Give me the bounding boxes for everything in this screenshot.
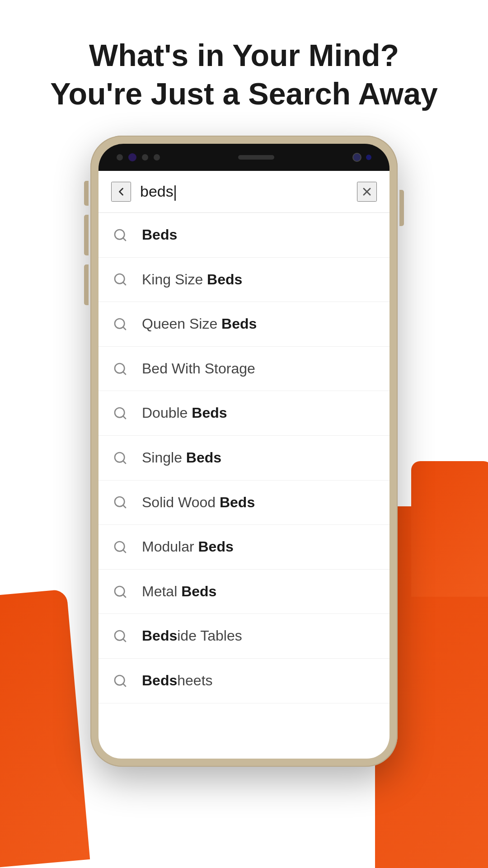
- suggestion-text-5: Double Beds: [142, 404, 227, 423]
- search-icon-wrap-7: [111, 493, 129, 511]
- close-icon: [361, 185, 373, 198]
- suggestion-item-solid-wood-beds[interactable]: Solid Wood Beds: [99, 481, 389, 525]
- suggestion-item-bedside-tables[interactable]: Bedside Tables: [99, 614, 389, 659]
- search-icon-wrap-11: [111, 672, 129, 690]
- search-icon-wrap-10: [111, 627, 129, 645]
- suggestion-text-8: Modular Beds: [142, 538, 234, 557]
- suggestion-text-11: Bedsheets: [142, 671, 213, 690]
- search-icon-9: [113, 585, 127, 599]
- sensor-camera: [352, 153, 361, 162]
- phone-sensors-left: [117, 153, 160, 161]
- search-icon-11: [113, 674, 127, 688]
- sensor-dot-2: [142, 154, 148, 160]
- sensor-dot-blue: [366, 155, 371, 160]
- phone-notch: [99, 144, 389, 171]
- suggestion-text-2: King Size Beds: [142, 270, 242, 289]
- search-icon-1: [113, 228, 127, 242]
- search-icon-wrap-3: [111, 315, 129, 333]
- search-query-text: beds: [140, 183, 174, 200]
- svg-line-5: [123, 283, 126, 285]
- phone-power-button: [399, 190, 404, 226]
- search-cursor: [174, 185, 176, 201]
- svg-line-9: [123, 372, 126, 374]
- phone-frame: beds: [90, 136, 398, 767]
- phone-sensors-right: [352, 153, 371, 162]
- search-icon-7: [113, 495, 127, 509]
- search-icon-5: [113, 406, 127, 420]
- sensor-speaker: [238, 155, 274, 160]
- svg-line-19: [123, 594, 126, 597]
- svg-line-23: [123, 684, 126, 686]
- search-icon-wrap-6: [111, 449, 129, 467]
- header-line1: What's in Your Mind?: [89, 38, 399, 72]
- sensor-dot-3: [154, 154, 160, 160]
- phone-mute-button: [84, 181, 89, 206]
- svg-line-3: [123, 238, 126, 241]
- suggestion-item-bed-with-storage[interactable]: Bed With Storage: [99, 347, 389, 392]
- phone-container: beds: [0, 136, 488, 767]
- header-line2: You're Just a Search Away: [50, 76, 438, 111]
- sensor-dot-1: [117, 154, 123, 160]
- clear-button[interactable]: [357, 182, 377, 202]
- svg-line-11: [123, 416, 126, 419]
- back-button[interactable]: [111, 182, 131, 202]
- header-title: What's in Your Mind? You're Just a Searc…: [27, 36, 461, 113]
- svg-line-15: [123, 505, 126, 508]
- suggestion-list: Beds King Size Beds: [99, 213, 389, 703]
- search-icon-wrap-9: [111, 583, 129, 601]
- suggestion-item-double-beds[interactable]: Double Beds: [99, 391, 389, 436]
- suggestion-item-single-beds[interactable]: Single Beds: [99, 436, 389, 481]
- search-icon-wrap-1: [111, 226, 129, 244]
- search-icon-4: [113, 362, 127, 376]
- svg-line-7: [123, 327, 126, 330]
- suggestion-text-4: Bed With Storage: [142, 359, 255, 378]
- search-icon-wrap-4: [111, 360, 129, 378]
- phone-screen: beds: [99, 171, 389, 759]
- suggestion-item-bedsheets[interactable]: Bedsheets: [99, 659, 389, 703]
- search-icon-10: [113, 629, 127, 643]
- svg-line-13: [123, 461, 126, 463]
- suggestion-text-1: Beds: [142, 226, 177, 245]
- phone-volume-down-button: [84, 264, 89, 305]
- search-icon-3: [113, 317, 127, 331]
- suggestion-item-modular-beds[interactable]: Modular Beds: [99, 525, 389, 570]
- suggestion-text-9: Metal Beds: [142, 582, 216, 601]
- search-icon-2: [113, 272, 127, 287]
- search-icon-wrap-2: [111, 270, 129, 288]
- svg-line-17: [123, 550, 126, 552]
- svg-line-21: [123, 639, 126, 642]
- search-icon-wrap-5: [111, 404, 129, 422]
- suggestion-text-3: Queen Size Beds: [142, 315, 257, 334]
- suggestion-text-10: Bedside Tables: [142, 627, 242, 646]
- suggestion-text-7: Solid Wood Beds: [142, 493, 255, 512]
- sensor-iris: [128, 153, 136, 161]
- suggestion-item-metal-beds[interactable]: Metal Beds: [99, 570, 389, 614]
- phone-volume-up-button: [84, 215, 89, 255]
- search-icon-wrap-8: [111, 538, 129, 556]
- header-section: What's in Your Mind? You're Just a Searc…: [0, 0, 488, 136]
- back-icon: [115, 185, 127, 198]
- suggestion-item-beds[interactable]: Beds: [99, 213, 389, 258]
- suggestion-item-queen-size-beds[interactable]: Queen Size Beds: [99, 302, 389, 347]
- search-icon-6: [113, 451, 127, 465]
- search-icon-8: [113, 540, 127, 554]
- search-bar[interactable]: beds: [99, 171, 389, 213]
- suggestion-item-king-size-beds[interactable]: King Size Beds: [99, 258, 389, 302]
- search-input[interactable]: beds: [131, 183, 357, 200]
- suggestion-text-6: Single Beds: [142, 448, 221, 467]
